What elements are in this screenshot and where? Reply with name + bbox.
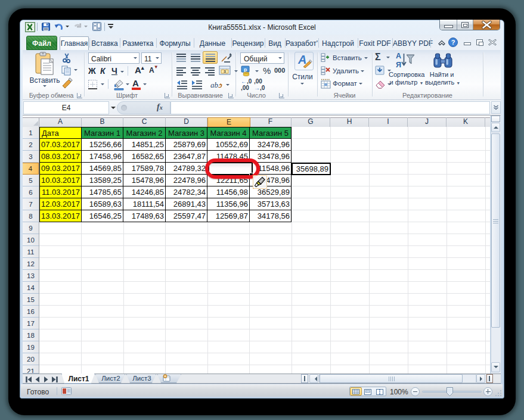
svg-text:ab: ab	[210, 80, 219, 89]
svg-text:А: А	[396, 52, 401, 60]
svg-text:a: a	[224, 69, 226, 73]
svg-text:Я: Я	[396, 61, 401, 69]
svg-text:р: р	[244, 67, 247, 73]
svg-text:?: ?	[451, 39, 455, 46]
